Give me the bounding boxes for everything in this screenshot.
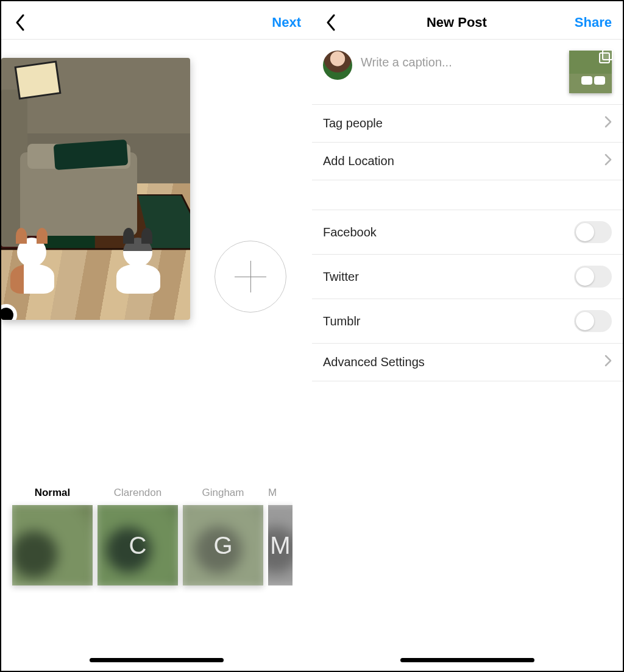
filter-thumb (12, 505, 93, 585)
next-button[interactable]: Next (272, 15, 301, 30)
filter-label: Gingham (202, 487, 244, 499)
row-label: Tag people (323, 116, 383, 130)
row-label: Add Location (323, 154, 394, 168)
filter-normal[interactable]: Normal (12, 487, 93, 585)
edit-header: Next (1, 1, 312, 40)
share-twitter-row[interactable]: Twitter (312, 254, 623, 299)
filter-moon[interactable]: M M (268, 487, 292, 585)
share-facebook-row[interactable]: Facebook (312, 210, 623, 254)
filter-thumb: M (268, 505, 292, 585)
filter-gingham[interactable]: Gingham G (183, 487, 263, 585)
home-indicator[interactable] (90, 658, 224, 662)
filter-thumb: C (98, 505, 178, 585)
page-title: New Post (339, 15, 575, 30)
selected-photo[interactable] (1, 58, 190, 320)
screen-edit: Next Normal (1, 1, 312, 671)
tumblr-toggle[interactable] (574, 310, 612, 332)
screen-new-post: New Post Share Write a caption... Tag pe… (312, 1, 623, 671)
post-thumbnail[interactable] (569, 51, 612, 93)
tag-people-row[interactable]: Tag people (312, 104, 623, 142)
chevron-right-icon (604, 355, 612, 370)
add-location-row[interactable]: Add Location (312, 142, 623, 180)
share-button[interactable]: Share (575, 15, 612, 30)
back-button[interactable] (323, 15, 339, 30)
add-photo-button[interactable] (214, 241, 286, 313)
row-label: Facebook (323, 225, 377, 239)
row-label: Twitter (323, 270, 359, 284)
caption-input[interactable]: Write a caption... (361, 51, 561, 69)
twitter-toggle[interactable] (574, 266, 612, 288)
back-button[interactable] (12, 15, 28, 30)
filter-label: M (268, 487, 292, 499)
multi-post-icon (600, 49, 613, 63)
advanced-settings-row[interactable]: Advanced Settings (312, 343, 623, 381)
dual-screenshot-frame: Next Normal (0, 0, 624, 672)
chevron-right-icon (604, 116, 612, 131)
filter-clarendon[interactable]: Clarendon C (98, 487, 178, 585)
chevron-right-icon (604, 154, 612, 169)
row-label: Advanced Settings (323, 355, 425, 369)
new-post-header: New Post Share (312, 1, 623, 40)
filter-strip[interactable]: Normal Clarendon C Gingham G M M (1, 487, 312, 585)
filter-label: Clarendon (114, 487, 161, 499)
filter-thumb: G (183, 505, 263, 585)
facebook-toggle[interactable] (574, 221, 612, 243)
row-label: Tumblr (323, 314, 360, 328)
avatar[interactable] (323, 51, 352, 80)
filter-label: Normal (35, 487, 71, 499)
section-spacer (312, 180, 623, 210)
photo-scene (1, 58, 190, 320)
home-indicator[interactable] (400, 658, 534, 662)
share-tumblr-row[interactable]: Tumblr (312, 299, 623, 343)
caption-row: Write a caption... (312, 40, 623, 104)
